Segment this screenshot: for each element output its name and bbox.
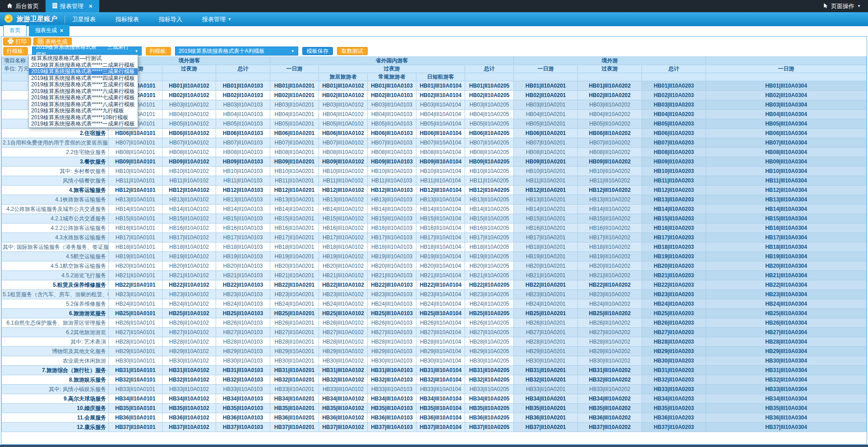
window-tab-report-active[interactable]: 报表管理 ×: [46, 0, 99, 12]
cell-code: HB21|III10A0202: [578, 271, 642, 280]
cell-code: HB37|II10A0102: [162, 423, 216, 432]
table-row: 8.旅游娱乐服务HB32|II10A0101HB32|II10A0102HB32…: [2, 375, 867, 385]
cell-code: HB04|III10A0104: [416, 110, 465, 119]
cell-code: HB13|III10A0104: [416, 195, 465, 205]
cell-code: HB36|II10A0103: [216, 413, 270, 423]
dropdown-option[interactable]: 2019核算系统报表格式表*****五成果行模板: [29, 81, 138, 88]
cell-code: HB19|III10A0304: [706, 252, 867, 261]
row-template-dropdown[interactable]: 核算系统报表格式表—行测试2019核算系统报表格式表*****二成果行模板201…: [28, 55, 138, 128]
tab-home[interactable]: 首页: [3, 25, 27, 36]
cell-code: HB14|II10A0101: [109, 205, 162, 214]
cell-code: HB12|III10A0104: [416, 186, 465, 195]
fetch-test-button[interactable]: 取数测试: [337, 47, 368, 55]
cell-code: HB12|III10A0304: [706, 186, 867, 195]
cell-code: HB17|II10A0102: [162, 233, 216, 242]
dropdown-option[interactable]: 2019核算系统报表格式表*****六成果行模板: [29, 88, 138, 95]
template-save-button[interactable]: 模板保存: [302, 47, 333, 55]
cell-code: HB31|II10A0201: [270, 366, 319, 375]
table-row: 4.2公路旅客运输服务及城市公共交通服务HB14|II10A0101HB14|I…: [2, 205, 867, 214]
row-label: 10.婚庆服务: [2, 404, 109, 413]
cell-code: HB17|III10A0104: [416, 233, 465, 242]
dropdown-option[interactable]: 2019核算系统报表格式表*****四成果行模板: [29, 75, 138, 82]
dropdown-option[interactable]: 2019核算系统报表格式表*****二成果行模板: [29, 62, 138, 69]
cell-code: HB21|III10A0103: [368, 271, 416, 280]
cell-code: HB16|III10A0103: [368, 224, 416, 233]
table-row: 4.1铁路旅客运输服务HB13|II10A0101HB13|II10A0102H…: [2, 195, 867, 205]
close-icon[interactable]: ×: [60, 28, 63, 34]
cell-code: HB14|II10A0102: [162, 205, 216, 214]
menu-item-report-manage[interactable]: 报表管理▼: [202, 15, 231, 23]
cell-code: HB23|III10A0202: [578, 290, 642, 299]
cell-code: HB22|II10A0102: [162, 280, 216, 290]
cell-code: HB15|II10A0102: [162, 214, 216, 224]
dropdown-option[interactable]: 2019核算系统报表格式表*****三成果行模板: [29, 68, 138, 75]
cell-code: HB14|II10A0201: [514, 205, 578, 214]
cell-code: HB01|III10A0304: [706, 81, 867, 91]
col-template-select[interactable]: 2019核算系统报表格式表十A列模板 ▼: [175, 47, 298, 56]
row-label: 5.2保养维修服务: [2, 299, 109, 309]
cell-code: HB18|II10A0103: [216, 242, 270, 252]
cell-code: HB22|II10A0205: [465, 280, 514, 290]
dropdown-option[interactable]: 2019核算系统报表格式表*****10B行模板: [29, 114, 138, 121]
cell-code: HB30|III10A0202: [578, 356, 642, 366]
cell-code: HB13|III10A0202: [578, 195, 642, 205]
cell-code: HB29|II10A0201: [514, 347, 578, 356]
menu-item-indicator-report[interactable]: 指标报表: [115, 15, 139, 23]
dropdown-option[interactable]: 2019核算系统报表格式表*****九行模板: [29, 107, 138, 114]
page-operations[interactable]: 页面操作 ▼: [823, 0, 868, 12]
cell-code: HB10|II10A0201: [270, 167, 319, 176]
cell-code: HB37|II10A0205: [465, 423, 514, 432]
cell-code: HB27|III10A0102: [319, 328, 368, 337]
cell-code: HB27|III10A0103: [368, 328, 416, 337]
cell-code: HB15|III10A0103: [368, 214, 416, 224]
cell-code: HB05|III10A0202: [578, 119, 642, 129]
cell-code: HB29|III10A0202: [578, 347, 642, 356]
table-row: 6.1自然生态保护服务、旅游景区管理服务HB26|II10A0101HB26|I…: [2, 318, 867, 328]
dropdown-option[interactable]: 2019核算系统报表格式表*****一成果行模板: [29, 121, 138, 127]
cell-code: HB15|II10A0205: [465, 214, 514, 224]
cell-code: HB03|III10A0202: [578, 100, 642, 110]
table-row: 博物馆及其他文化服务HB29|II10A0101HB29|II10A0102HB…: [2, 347, 867, 356]
table-row: 其中: 艺术表演HB28|II10A0101HB28|II10A0102HB28…: [2, 337, 867, 347]
col-header: 一日游: [706, 65, 867, 73]
cell-code: HB15|II10A0201: [270, 214, 319, 224]
cell-code: HB20|II10A0205: [465, 261, 514, 271]
dropdown-option[interactable]: 核算系统报表格式表—行测试: [29, 55, 138, 62]
cell-code: HB16|II10A0203: [642, 224, 706, 233]
cell-code: HB32|II10A0103: [216, 375, 270, 385]
tab-report-generate[interactable]: 报表生成 ×: [29, 25, 69, 36]
cell-code: HB26|II10A0102: [162, 318, 216, 328]
cell-code: HB24|II10A0201: [514, 299, 578, 309]
cell-code: HB25|II10A0102: [162, 309, 216, 318]
cell-code: HB15|II10A0201: [514, 214, 578, 224]
window-tab-home[interactable]: 后台首页: [0, 0, 46, 12]
menu-item-indicator-import[interactable]: 指标导入: [159, 15, 182, 23]
cell-code: HB24|III10A0202: [578, 299, 642, 309]
cell-code: HB11|II10A0201: [514, 176, 578, 186]
dropdown-option[interactable]: 2019核算系统报表格式表*****七成果行模板: [29, 94, 138, 101]
cell-code: HB12|III10A0103: [368, 186, 416, 195]
cell-code: HB16|II10A0205: [465, 224, 514, 233]
cell-code: HB18|II10A0201: [514, 242, 578, 252]
cell-code: HB16|II10A0201: [514, 224, 578, 233]
cell-code: HB33|II10A0102: [162, 385, 216, 394]
row-template-select[interactable]: 2019核算系统报表格式表*****三成果行模板 ▼: [32, 47, 142, 56]
cell-code: HB10|III10A0104: [416, 167, 465, 176]
cell-code: HB30|II10A0102: [162, 356, 216, 366]
cell-code: HB06|II10A0201: [270, 129, 319, 138]
cell-code: HB13|II10A0201: [514, 195, 578, 205]
cell-code: HB12|II10A0103: [216, 186, 270, 195]
cell-code: HB28|II10A0201: [270, 337, 319, 347]
cell-code: HB30|II10A0201: [270, 356, 319, 366]
cell-code: HB27|II10A0201: [514, 328, 578, 337]
cell-code: HB34|II10A0203: [642, 394, 706, 404]
horizontal-scrollbar[interactable]: [0, 445, 868, 447]
close-icon[interactable]: ×: [89, 3, 92, 9]
menu-item-satellite-report[interactable]: 卫星报表: [72, 15, 96, 23]
cell-code: HB24|III10A0102: [319, 299, 368, 309]
dropdown-option[interactable]: 2019核算系统报表格式表*****八成果行模板: [29, 101, 138, 108]
print-button[interactable]: 打印: [3, 37, 31, 46]
col-header: 总计: [642, 65, 706, 73]
cell-code: HB16|II10A0102: [162, 224, 216, 233]
cell-code: HB16|III10A0104: [416, 224, 465, 233]
